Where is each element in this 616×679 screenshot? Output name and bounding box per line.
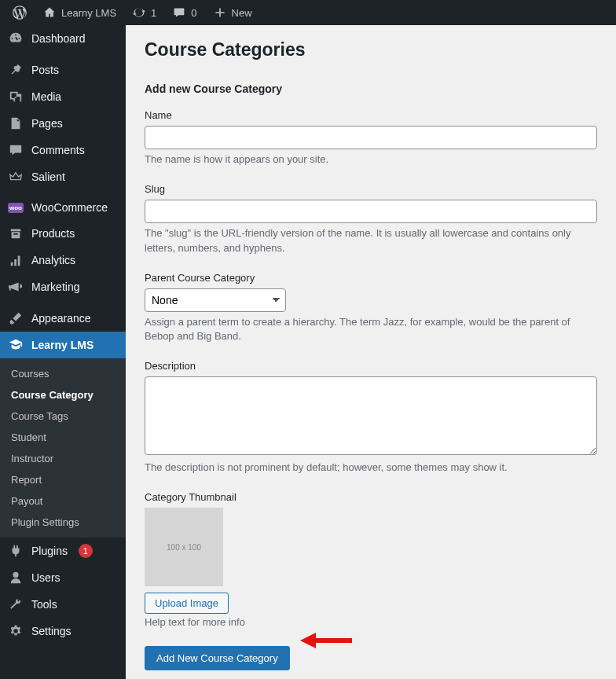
parent-help: Assign a parent term to create a hierarc… (145, 315, 597, 345)
products-icon (8, 226, 24, 240)
parent-select[interactable]: None (145, 288, 286, 312)
field-parent: Parent Course Category None Assign a par… (145, 272, 597, 345)
analytics-icon (8, 253, 24, 267)
sidebar-item-label: Settings (31, 625, 72, 637)
comments-count: 0 (191, 7, 196, 19)
submenu-item-instructor[interactable]: Instructor (0, 448, 126, 469)
thumbnail-placeholder: 100 x 100 (145, 508, 223, 586)
pin-icon (8, 63, 24, 77)
updates-count: 1 (151, 7, 156, 19)
wordpress-icon (13, 6, 27, 20)
field-name: Name The name is how it appears on your … (145, 109, 597, 167)
slug-label: Slug (145, 183, 597, 195)
sidebar-item-label: Media (31, 90, 61, 103)
thumbnail-help: Help text for more info (145, 615, 597, 630)
upload-image-button[interactable]: Upload Image (145, 593, 229, 614)
sidebar-item-comments[interactable]: Comments (0, 137, 126, 163)
sidebar-item-plugins[interactable]: Plugins 1 (0, 538, 126, 564)
page-title: Course Categories (145, 39, 597, 61)
sidebar-item-label: Comments (31, 144, 85, 156)
sidebar-item-settings[interactable]: Settings (0, 618, 126, 644)
sidebar-item-label: Products (31, 227, 75, 240)
sidebar-item-media[interactable]: Media (0, 83, 126, 110)
sidebar-item-label: Appearance (31, 312, 91, 325)
comment-icon (172, 6, 186, 20)
sidebar-item-label: Learny LMS (31, 339, 94, 351)
site-name-text: Learny LMS (61, 7, 116, 19)
name-input[interactable] (145, 126, 597, 149)
sidebar-item-label: WooCommerce (31, 201, 108, 214)
description-label: Description (145, 360, 597, 372)
slug-input[interactable] (145, 200, 597, 223)
sidebar-item-learny-lms[interactable]: Learny LMS (0, 332, 126, 358)
plugins-update-badge: 1 (79, 544, 93, 558)
sidebar-item-appearance[interactable]: Appearance (0, 305, 126, 332)
content-area: Course Categories Add new Course Categor… (126, 25, 616, 679)
sidebar-item-label: Tools (31, 598, 57, 611)
sidebar-item-salient[interactable]: Salient (0, 163, 126, 190)
crown-icon (8, 170, 24, 184)
submenu-item-courses[interactable]: Courses (0, 363, 126, 384)
comment-icon (8, 143, 24, 157)
graduation-cap-icon (8, 338, 24, 352)
description-help: The description is not prominent by defa… (145, 461, 597, 475)
sidebar-item-dashboard[interactable]: Dashboard (0, 25, 126, 52)
new-content-link[interactable]: New (207, 0, 258, 25)
admin-bar: Learny LMS 1 0 New (0, 0, 616, 25)
field-thumbnail: Category Thumbnail 100 x 100 Upload Imag… (145, 491, 597, 630)
comments-link[interactable]: 0 (166, 0, 203, 25)
sidebar-item-marketing[interactable]: Marketing (0, 273, 126, 300)
brush-icon (8, 311, 24, 325)
woocommerce-icon: woo (8, 203, 24, 213)
submenu-item-report[interactable]: Report (0, 469, 126, 490)
field-slug: Slug The "slug" is the URL-friendly vers… (145, 183, 597, 256)
submenu-item-plugin-settings[interactable]: Plugin Settings (0, 512, 126, 533)
thumbnail-size-text: 100 x 100 (167, 543, 201, 552)
sidebar-item-label: Pages (31, 117, 63, 130)
media-icon (8, 90, 24, 104)
sidebar-item-label: Marketing (31, 281, 79, 293)
parent-label: Parent Course Category (145, 272, 597, 284)
sidebar-item-label: Users (31, 571, 60, 584)
user-icon (8, 571, 24, 585)
sidebar-item-products[interactable]: Products (0, 220, 126, 247)
admin-sidebar: Dashboard Posts Media Pages Comments Sal… (0, 25, 126, 679)
gear-icon (8, 624, 24, 638)
sidebar-item-label: Salient (31, 171, 65, 183)
wrench-icon (8, 597, 24, 611)
sidebar-item-pages[interactable]: Pages (0, 110, 126, 137)
submenu-item-course-tags[interactable]: Course Tags (0, 406, 126, 427)
submenu-item-student[interactable]: Student (0, 427, 126, 448)
field-description: Description The description is not promi… (145, 360, 597, 475)
updates-link[interactable]: 1 (126, 0, 163, 25)
sidebar-item-woocommerce[interactable]: woo WooCommerce (0, 195, 126, 220)
sidebar-item-label: Plugins (31, 545, 68, 557)
page-icon (8, 116, 24, 130)
learny-submenu: Courses Course Category Course Tags Stud… (0, 358, 126, 538)
add-new-course-category-button[interactable]: Add New Course Category (145, 646, 290, 670)
sidebar-item-analytics[interactable]: Analytics (0, 247, 126, 273)
name-help: The name is how it appears on your site. (145, 152, 597, 167)
megaphone-icon (8, 280, 24, 294)
plug-icon (8, 544, 24, 558)
site-name-link[interactable]: Learny LMS (36, 0, 123, 25)
slug-help: The "slug" is the URL-friendly version o… (145, 226, 597, 256)
description-textarea[interactable] (145, 376, 597, 455)
submenu-item-course-category[interactable]: Course Category (0, 384, 126, 406)
submenu-item-payout[interactable]: Payout (0, 490, 126, 512)
wp-logo[interactable] (6, 0, 33, 25)
sidebar-item-label: Dashboard (31, 32, 86, 45)
new-label: New (232, 7, 252, 19)
sidebar-item-tools[interactable]: Tools (0, 591, 126, 618)
thumbnail-label: Category Thumbnail (145, 491, 597, 503)
sidebar-item-posts[interactable]: Posts (0, 57, 126, 83)
home-icon (42, 6, 57, 20)
sidebar-item-label: Analytics (31, 254, 75, 266)
plus-icon (213, 6, 227, 20)
sidebar-item-label: Posts (31, 64, 59, 76)
update-icon (132, 6, 146, 20)
sidebar-item-users[interactable]: Users (0, 564, 126, 591)
section-title: Add new Course Category (145, 83, 597, 95)
name-label: Name (145, 109, 597, 121)
dashboard-icon (8, 31, 24, 46)
